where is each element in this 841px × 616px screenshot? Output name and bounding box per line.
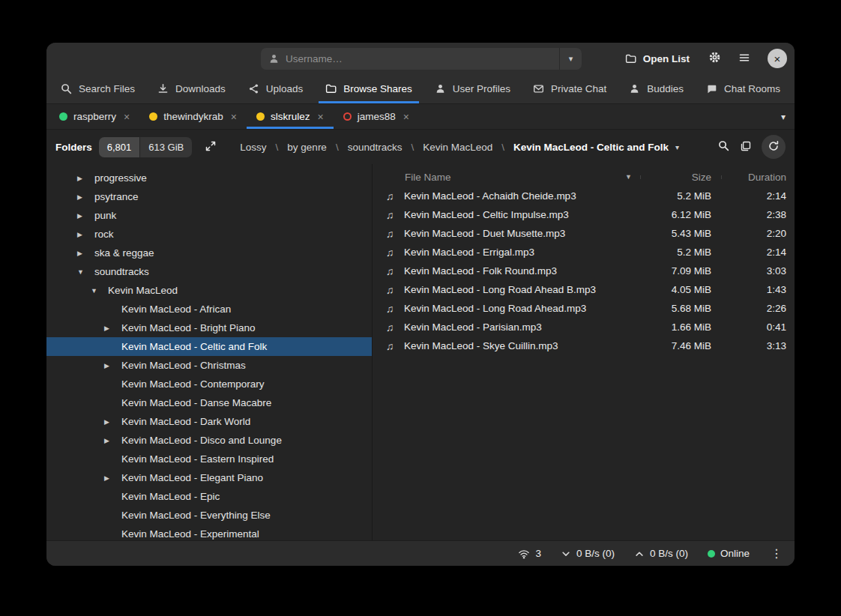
statusbar-menu-button[interactable]: ⋮ [769, 546, 784, 561]
file-row[interactable]: ♫Kevin MacLeod - Long Road Ahead.mp35.68… [373, 299, 795, 318]
tree-row[interactable]: ▶Kevin MacLeod - Elegant Piano [46, 468, 372, 487]
tab-browse-shares[interactable]: Browse Shares [319, 74, 419, 103]
tab-downloads[interactable]: Downloads [151, 74, 232, 103]
connection-status[interactable]: Online [708, 548, 750, 559]
tab-uploads[interactable]: Uploads [241, 74, 310, 103]
tree-row[interactable]: Kevin MacLeod - Danse Macabre [46, 393, 372, 412]
breadcrumb: Lossy\by genre\soundtracks\Kevin MacLeod… [240, 142, 712, 153]
close-tab-icon[interactable]: × [231, 111, 237, 123]
upload-speed[interactable]: 0 B/s (0) [634, 548, 688, 559]
tree-row[interactable]: Kevin MacLeod - Everything Else [46, 506, 372, 525]
tree-row[interactable]: ▼soundtracks [46, 262, 372, 281]
tree-row[interactable]: Kevin MacLeod - Eastern Inspired [46, 450, 372, 468]
tree-row[interactable]: ▶punk [46, 206, 372, 225]
expander-expanded-icon[interactable]: ▼ [91, 287, 108, 295]
tree-row[interactable]: Kevin MacLeod - African [46, 300, 372, 318]
close-tab-icon[interactable]: × [317, 111, 323, 123]
tree-row[interactable]: ▶Kevin MacLeod - Bright Piano [46, 318, 372, 337]
connections-indicator[interactable]: 3 [518, 548, 541, 560]
tree-row[interactable]: Kevin MacLeod - Celtic and Folk [46, 337, 372, 356]
menu-button[interactable] [733, 47, 756, 70]
user-tab-james88[interactable]: james88× [334, 104, 419, 129]
tab-user-profiles[interactable]: User Profiles [428, 74, 517, 103]
tree-row[interactable]: ▶progressive [46, 169, 372, 187]
tree-row[interactable]: ▶psytrance [46, 187, 372, 206]
breadcrumb-item[interactable]: Lossy [240, 142, 266, 153]
expander-collapsed-icon[interactable]: ▶ [104, 418, 121, 426]
content: ▶progressive▶psytrance▶punk▶rock▶ska & r… [46, 164, 795, 540]
expander-collapsed-icon[interactable]: ▶ [77, 231, 94, 238]
folder-name: Kevin MacLeod - Disco and Lounge [121, 435, 282, 446]
away-status-icon [256, 112, 265, 121]
expander-collapsed-icon[interactable]: ▶ [104, 362, 121, 369]
tree-row[interactable]: ▶Kevin MacLeod - Christmas [46, 356, 372, 375]
headerbar-actions: Open List × [619, 43, 787, 74]
expander-collapsed-icon[interactable]: ▶ [77, 175, 94, 182]
file-name: Kevin MacLeod - Skye Cuillin.mp3 [404, 340, 558, 351]
file-name-cell: ♫Kevin MacLeod - Parisian.mp3 [373, 321, 641, 333]
expander-collapsed-icon[interactable]: ▶ [104, 437, 121, 444]
file-row[interactable]: ♫Kevin MacLeod - Achaidh Cheide.mp35.2 M… [373, 187, 795, 205]
app-window: ▾ Open List × Search FilesDownloadsUploa… [46, 43, 795, 566]
folder-name: progressive [94, 172, 147, 184]
file-row[interactable]: ♫Kevin MacLeod - Long Road Ahead B.mp34.… [373, 280, 795, 299]
tree-row[interactable]: Kevin MacLeod - Epic [46, 487, 372, 506]
tree-row[interactable]: Kevin MacLeod - Experimental [46, 525, 372, 540]
close-tab-icon[interactable]: × [403, 111, 409, 123]
close-window-button[interactable]: × [768, 49, 787, 68]
folder-name: Kevin MacLeod - Elegant Piano [121, 472, 263, 483]
tab-label: User Profiles [453, 83, 510, 94]
expander-collapsed-icon[interactable]: ▶ [77, 193, 94, 201]
detach-button[interactable] [735, 136, 757, 158]
username-input[interactable] [286, 53, 559, 64]
expander-collapsed-icon[interactable]: ▶ [104, 324, 121, 332]
tree-row[interactable]: ▶Kevin MacLeod - Dark World [46, 412, 372, 431]
online-status-icon [59, 112, 67, 121]
file-row[interactable]: ♫Kevin MacLeod - Errigal.mp35.2 MiB2:14 [373, 243, 795, 262]
file-name-cell: ♫Kevin MacLeod - Long Road Ahead B.mp3 [373, 284, 641, 296]
file-row[interactable]: ♫Kevin MacLeod - Skye Cuillin.mp37.46 Mi… [373, 336, 795, 355]
breadcrumb-item[interactable]: Kevin MacLeod - Celtic and Folk▾ [513, 142, 679, 153]
user-tab-raspberry[interactable]: raspberry× [49, 104, 139, 129]
chevron-down-icon [561, 549, 571, 559]
user-tab-slskrulez[interactable]: slskrulez× [247, 104, 334, 129]
breadcrumb-item[interactable]: by genre [287, 142, 327, 153]
expander-collapsed-icon[interactable]: ▶ [77, 212, 94, 220]
column-header-file-name[interactable]: File Name ▼ [373, 172, 641, 183]
wifi-icon [518, 548, 530, 560]
file-name: Kevin MacLeod - Parisian.mp3 [404, 321, 542, 333]
close-tab-icon[interactable]: × [124, 111, 130, 123]
expand-all-button[interactable] [199, 136, 222, 158]
tab-buddies[interactable]: Buddies [622, 74, 690, 103]
breadcrumb-item[interactable]: Kevin MacLeod [423, 142, 492, 153]
tree-row[interactable]: ▶ska & reggae [46, 244, 372, 262]
tree-row[interactable]: Kevin MacLeod - Contemporary [46, 375, 372, 393]
open-list-button[interactable]: Open List [619, 50, 696, 67]
tab-overflow-button[interactable]: ▾ [781, 104, 786, 129]
away-status-icon [149, 112, 157, 121]
column-header-size[interactable]: Size [641, 172, 722, 183]
download-speed[interactable]: 0 B/s (0) [561, 548, 615, 559]
user-tab-thewindykrab[interactable]: thewindykrab× [139, 104, 247, 129]
breadcrumb-item[interactable]: soundtracks [348, 142, 403, 153]
expander-collapsed-icon[interactable]: ▶ [77, 250, 94, 257]
folder-tree: ▶progressive▶psytrance▶punk▶rock▶ska & r… [46, 164, 373, 540]
tab-private-chat[interactable]: Private Chat [526, 74, 613, 103]
preferences-button[interactable] [703, 47, 726, 70]
tree-row[interactable]: ▶Kevin MacLeod - Disco and Lounge [46, 431, 372, 450]
file-row[interactable]: ♫Kevin MacLeod - Folk Round.mp37.09 MiB3… [373, 262, 795, 280]
file-row[interactable]: ♫Kevin MacLeod - Duet Musette.mp35.43 Mi… [373, 224, 795, 243]
search-button[interactable] [712, 136, 735, 158]
refresh-button[interactable] [762, 135, 786, 159]
tab-chat-rooms[interactable]: Chat Rooms [699, 74, 787, 103]
expander-expanded-icon[interactable]: ▼ [77, 268, 94, 276]
tree-row[interactable]: ▶rock [46, 225, 372, 244]
file-row[interactable]: ♫Kevin MacLeod - Celtic Impulse.mp36.12 … [373, 205, 795, 224]
tab-search-files[interactable]: Search Files [54, 74, 142, 103]
column-header-duration[interactable]: Duration [722, 172, 795, 183]
username-dropdown-button[interactable]: ▾ [559, 48, 582, 70]
file-row[interactable]: ♫Kevin MacLeod - Parisian.mp31.66 MiB0:4… [373, 318, 795, 336]
expander-collapsed-icon[interactable]: ▶ [104, 474, 121, 482]
file-size: 5.68 MiB [641, 303, 722, 314]
tree-row[interactable]: ▼Kevin MacLeod [46, 281, 372, 300]
